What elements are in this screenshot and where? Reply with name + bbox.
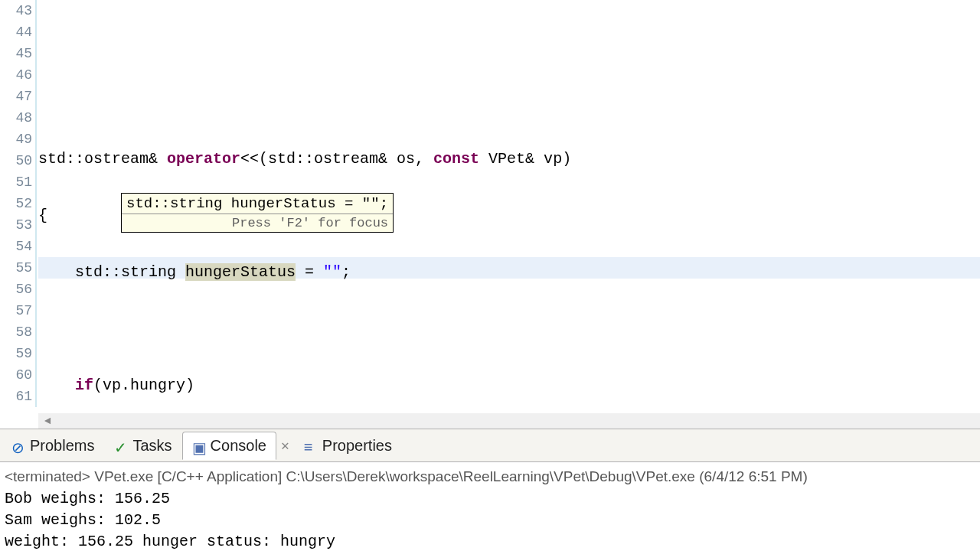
- console-panel: <terminated> VPet.exe [C/C++ Application…: [0, 462, 980, 551]
- code-line: if(vp.hungry): [38, 375, 608, 396]
- code-line: std::ostream& operator<<(std::ostream& o…: [38, 148, 608, 170]
- console-line: weight: 156.25 hunger status: hungry: [5, 531, 977, 551]
- tab-problems[interactable]: Problems: [2, 432, 104, 460]
- line-number: 59: [0, 343, 32, 364]
- line-number: 60: [0, 364, 32, 386]
- tab-label: Problems: [30, 437, 94, 455]
- tab-label: Console: [211, 437, 266, 455]
- tab-properties[interactable]: Properties: [294, 432, 402, 460]
- tooltip-hint: Press 'F2' for focus: [122, 214, 393, 232]
- console-status-line: <terminated> VPet.exe [C/C++ Application…: [3, 465, 977, 488]
- code-editor[interactable]: 43 44 45 46 47 48 49 50 51 52 53 54 55 5…: [0, 0, 980, 429]
- line-number: 47: [0, 86, 32, 107]
- tab-console[interactable]: Console: [182, 432, 276, 460]
- line-number: 44: [0, 21, 32, 43]
- tab-label: Tasks: [132, 437, 172, 455]
- line-number: 58: [0, 321, 32, 343]
- tab-label: Properties: [322, 437, 392, 455]
- hover-tooltip: std::string hungerStatus = ""; Press 'F2…: [121, 193, 394, 233]
- code-line: std::string hungerStatus = "";: [38, 262, 608, 283]
- line-number: 61: [0, 386, 32, 407]
- line-number: 57: [0, 300, 32, 321]
- line-number-gutter: 43 44 45 46 47 48 49 50 51 52 53 54 55 5…: [0, 0, 37, 407]
- line-number: 56: [0, 279, 32, 300]
- line-number: 54: [0, 236, 32, 257]
- horizontal-scrollbar[interactable]: ◄: [38, 413, 980, 429]
- problems-icon: [11, 439, 25, 452]
- tooltip-content: std::string hungerStatus = "";: [122, 194, 393, 214]
- line-number: 49: [0, 129, 32, 150]
- close-tab-icon[interactable]: ✕: [276, 437, 294, 454]
- properties-icon: [304, 439, 318, 452]
- line-number: 45: [0, 43, 32, 64]
- bottom-panel-tabs: Problems Tasks Console ✕ Properties: [0, 429, 980, 462]
- line-number: 43: [0, 0, 32, 21]
- line-number: 50: [0, 150, 32, 171]
- scroll-left-icon[interactable]: ◄: [44, 415, 51, 427]
- line-number: 53: [0, 214, 32, 236]
- code-line: [38, 35, 608, 57]
- console-line: Sam weighs: 102.5: [5, 510, 977, 531]
- line-number: 46: [0, 64, 32, 86]
- line-number: 48: [0, 107, 32, 129]
- console-output: Bob weighs: 156.25 Sam weighs: 102.5 wei…: [3, 488, 977, 551]
- code-line: [38, 318, 608, 340]
- tab-tasks[interactable]: Tasks: [104, 432, 181, 460]
- code-line: [38, 92, 608, 113]
- line-number: 51: [0, 171, 32, 193]
- tasks-icon: [114, 439, 128, 452]
- line-number: 55: [0, 257, 32, 279]
- console-icon: [192, 439, 206, 452]
- console-line: Bob weighs: 156.25: [5, 488, 977, 510]
- line-number: 52: [0, 193, 32, 214]
